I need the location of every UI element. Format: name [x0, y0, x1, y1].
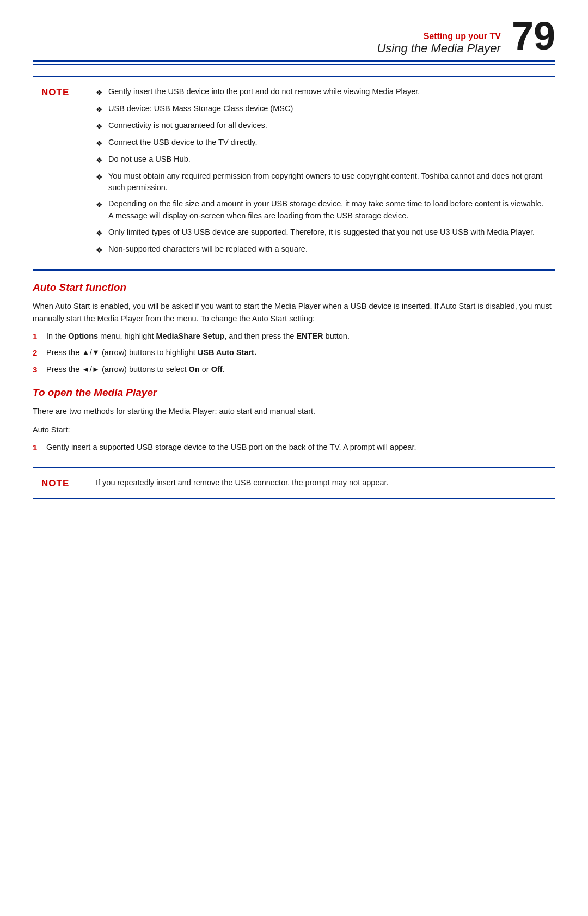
- open-media-player-desc2: Auto Start:: [33, 424, 555, 436]
- step-content: Gently insert a supported USB storage de…: [46, 442, 555, 454]
- list-item: ❖ Non-supported characters will be repla…: [96, 243, 547, 256]
- note-content: ❖ Gently insert the USB device into the …: [96, 86, 547, 260]
- bottom-note-text: If you repeatedly insert and remove the …: [96, 477, 547, 489]
- list-item: 2 Press the ▲/▼ (arrow) buttons to highl…: [33, 347, 555, 359]
- header-main-title: Using the Media Player: [377, 41, 500, 55]
- bullet-text: Do not use a USB Hub.: [108, 154, 191, 166]
- open-media-player-steps: 1 Gently insert a supported USB storage …: [33, 442, 555, 454]
- list-item: ❖ Connect the USB device to the TV direc…: [96, 137, 547, 149]
- header-title-group: Setting up your TV Using the Media Playe…: [377, 32, 500, 56]
- list-item: 1 In the Options menu, highlight MediaSh…: [33, 331, 555, 343]
- header-divider-thick: [33, 60, 555, 62]
- page-container: Setting up your TV Using the Media Playe…: [0, 0, 588, 916]
- page-header: Setting up your TV Using the Media Playe…: [0, 0, 588, 56]
- list-item: ❖ Gently insert the USB device into the …: [96, 86, 547, 99]
- step-content: Press the ◄/► (arrow) buttons to select …: [46, 364, 555, 376]
- bullet-text: Only limited types of U3 USB device are …: [108, 227, 535, 239]
- bottom-note-inner: NOTE If you repeatedly insert and remove…: [33, 468, 555, 498]
- diamond-icon: ❖: [96, 121, 103, 132]
- open-media-player-desc1: There are two methods for starting the M…: [33, 405, 555, 418]
- diamond-icon: ❖: [96, 138, 103, 149]
- note-bullet-list: ❖ Gently insert the USB device into the …: [96, 86, 547, 256]
- bullet-text: Connectivity is not guaranteed for all d…: [108, 120, 267, 132]
- list-item: ❖ Depending on the file size and amount …: [96, 198, 547, 222]
- step-content: In the Options menu, highlight MediaShar…: [46, 331, 555, 343]
- header-subtitle: Setting up your TV: [377, 32, 500, 41]
- bullet-text: Connect the USB device to the TV directl…: [108, 137, 258, 149]
- diamond-icon: ❖: [96, 172, 103, 183]
- step-number: 1: [33, 331, 46, 343]
- bullet-text: Depending on the file size and amount in…: [108, 198, 547, 222]
- bullet-text: USB device: USB Mass Storage Class devic…: [108, 103, 293, 115]
- header-divider-thin: [33, 64, 555, 65]
- diamond-icon: ❖: [96, 228, 103, 239]
- bullet-text: You must obtain any required permission …: [108, 170, 547, 194]
- list-item: ❖ Only limited types of U3 USB device ar…: [96, 227, 547, 239]
- note-inner: NOTE ❖ Gently insert the USB device into…: [33, 77, 555, 269]
- list-item: ❖ You must obtain any required permissio…: [96, 170, 547, 194]
- list-item: ❖ Do not use a USB Hub.: [96, 154, 547, 166]
- diamond-icon: ❖: [96, 104, 103, 115]
- step-number: 3: [33, 364, 46, 376]
- list-item: ❖ Connectivity is not guaranteed for all…: [96, 120, 547, 132]
- diamond-icon: ❖: [96, 155, 103, 166]
- bottom-note-label: NOTE: [41, 477, 85, 489]
- bullet-text: Gently insert the USB device into the po…: [108, 86, 420, 98]
- list-item: ❖ USB device: USB Mass Storage Class dev…: [96, 103, 547, 115]
- step-content: Press the ▲/▼ (arrow) buttons to highlig…: [46, 347, 555, 359]
- note-label: NOTE: [41, 86, 85, 260]
- diamond-icon: ❖: [96, 87, 103, 99]
- auto-start-heading: Auto Start function: [33, 282, 555, 294]
- diamond-icon: ❖: [96, 199, 103, 211]
- step-number: 1: [33, 442, 46, 454]
- list-item: 1 Gently insert a supported USB storage …: [33, 442, 555, 454]
- bullet-text: Non-supported characters will be replace…: [108, 243, 308, 255]
- diamond-icon: ❖: [96, 245, 103, 256]
- auto-start-description: When Auto Start is enabled, you will be …: [33, 300, 555, 325]
- auto-start-body: When Auto Start is enabled, you will be …: [33, 300, 555, 376]
- open-media-player-body: There are two methods for starting the M…: [33, 405, 555, 454]
- step-number: 2: [33, 347, 46, 359]
- auto-start-steps: 1 In the Options menu, highlight MediaSh…: [33, 331, 555, 376]
- page-number: 79: [512, 16, 555, 56]
- list-item: 3 Press the ◄/► (arrow) buttons to selec…: [33, 364, 555, 376]
- note-box: NOTE ❖ Gently insert the USB device into…: [33, 76, 555, 271]
- open-media-player-heading: To open the Media Player: [33, 387, 555, 399]
- bottom-note-box: NOTE If you repeatedly insert and remove…: [33, 467, 555, 499]
